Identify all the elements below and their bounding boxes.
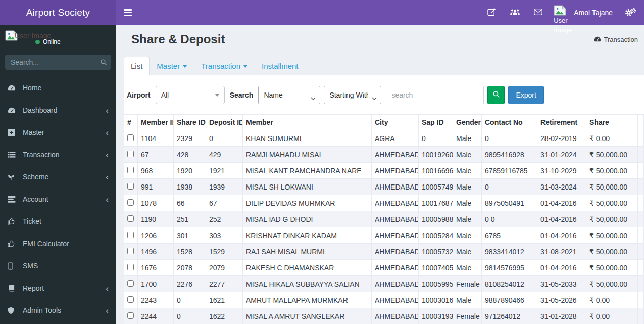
sidebar-item-dashboard[interactable]: Dashboard ‹ [0,99,116,121]
cell-retirement: 31-10-2029 [537,163,586,179]
sidebar-item-master[interactable]: Master ‹ [0,121,116,144]
cell-share: ₹ 50,000.00 [586,211,638,227]
settings-button[interactable] [618,0,644,25]
row-checkbox[interactable] [127,151,134,157]
row-checkbox[interactable] [127,167,134,173]
cell-sap-id: 10017687 [419,195,453,211]
sidebar-item-sms[interactable]: SMS [0,255,116,277]
cell-contact-no: 9814576995 [482,260,537,276]
breadcrumb-transaction[interactable]: Transaction [593,36,638,43]
cell-member-id: 1078 [138,195,174,211]
row-select-cell [124,147,138,163]
row-select-cell [124,227,138,244]
cell-contact-no: 9887890466 [482,292,537,308]
thumbs-up-icon [8,240,20,247]
sidebar-item-ticket[interactable]: Ticket [0,210,116,233]
cell-member-id: 1206 [138,227,174,244]
cell-contact-no: 9833414012 [482,244,537,260]
compose-button[interactable] [480,0,503,25]
row-checkbox[interactable] [127,280,134,287]
cell-contact-no: 0 [482,179,537,195]
row-checkbox[interactable] [127,248,134,254]
cell-member-id: 1190 [138,211,174,227]
sidebar-item-label: Scheme [23,173,48,181]
tab-installment[interactable]: Installment [255,57,306,75]
members-table: # Member ID Share ID Deposit ID Member C… [124,114,644,324]
sidebar-item-scheme[interactable]: Scheme ‹ [0,166,116,188]
row-checkbox[interactable] [127,215,134,222]
tab-list[interactable]: List [124,57,150,75]
cell-city: AGRA [372,130,419,147]
cell-member-id: 2244 [138,308,174,324]
search-icon[interactable] [100,59,107,67]
sidebar-item-report[interactable]: Report ‹ [0,277,116,299]
cell-member-id: 2243 [138,292,174,308]
messages-button[interactable] [527,0,550,25]
row-checkbox[interactable] [127,232,134,238]
cell-retirement: 01-04-2016 [537,260,586,276]
airport-label: Airport [127,91,151,99]
sidebar-item-emi-calculator[interactable]: EMI Calculator [0,233,116,255]
cell-share: ₹ 0.00 [586,130,638,147]
sidebar-toggle-button[interactable] [116,0,139,25]
search-label: Search [230,91,254,99]
cell-share: ₹ 0.00 [586,308,638,324]
match-type-select[interactable]: Starting With [324,86,381,104]
row-checkbox[interactable] [127,199,134,206]
sidebar-item-label: Account [23,195,48,203]
cell-extra [638,292,644,308]
cell-share: ₹ 0.00 [586,292,638,308]
row-checkbox[interactable] [127,312,134,319]
sidebar-item-admin-tools[interactable]: Admin Tools ‹ [0,299,116,321]
tab-transaction[interactable]: Transaction [194,57,255,75]
cell-share-id: 2078 [174,260,206,276]
column-share: Share [586,115,638,130]
sidebar-search-input[interactable] [5,55,111,70]
plus-square-icon [8,129,20,136]
filter-row: Airport All Search Name Starting With [124,86,644,104]
search-input[interactable] [385,86,484,104]
seedling-icon [8,173,20,180]
chevron-left-icon: ‹ [106,173,109,181]
sidebar-item-label: EMI Calculator [23,240,69,248]
app-logo[interactable]: Airport Society [0,0,116,25]
row-select-cell [124,308,138,324]
row-checkbox[interactable] [127,134,134,141]
avatar-alt-text: User Image [554,16,575,35]
members-button[interactable] [503,0,527,25]
row-select-cell [124,276,138,292]
gears-icon [625,8,637,18]
search-field-select[interactable]: Name [258,86,320,104]
export-label: Export [516,91,536,99]
user-name[interactable]: Amol Tajane [571,9,618,17]
cell-retirement: 01-04-2016 [537,227,586,244]
sidebar-item-account[interactable]: Account ‹ [0,188,116,210]
cell-gender: Male [453,163,482,179]
cell-deposit-id: 1939 [206,179,243,195]
cell-sap-id: 10019260 [419,147,453,163]
cell-gender: Male [453,227,482,244]
sidebar-item-transaction[interactable]: Transaction ‹ [0,144,116,166]
column-member-id: Member ID [138,115,174,130]
airport-select[interactable]: All [156,86,225,104]
sidebar-nav: Home Dashboard ‹ Master ‹ Transaction ‹ [0,77,116,321]
export-button[interactable]: Export [508,86,543,104]
sidebar-item-home[interactable]: Home [0,77,116,99]
cell-deposit-id: 1921 [206,163,243,179]
cell-member-id: 67 [138,147,174,163]
row-checkbox[interactable] [127,264,134,270]
cell-member: RAKESH C DHAMANSKAR [243,260,372,276]
search-button[interactable] [487,86,505,104]
sidebar-item-label: Transaction [23,151,60,159]
cell-city: AHMEDABAD [372,292,419,308]
tab-master[interactable]: Master [150,57,194,75]
row-checkbox[interactable] [127,296,134,303]
row-checkbox[interactable] [127,183,134,190]
cell-extra [638,163,644,179]
search-icon [492,90,500,100]
sidebar-item-label: Report [23,284,44,292]
cell-retirement: 31-03-2024 [537,179,586,195]
user-menu[interactable]: User Image [554,0,571,25]
envelope-icon [534,9,542,17]
online-label: Online [43,38,61,45]
